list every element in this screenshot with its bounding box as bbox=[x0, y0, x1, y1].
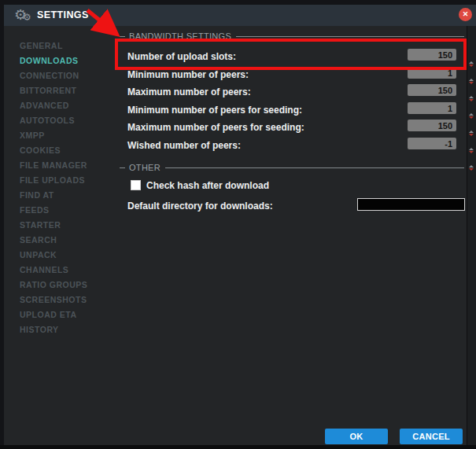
default-directory-label: Default directory for downloads: bbox=[127, 201, 273, 212]
cancel-button[interactable]: CANCEL bbox=[400, 429, 463, 444]
default-directory-row: Default directory for downloads: bbox=[127, 198, 456, 211]
title-bar: ⚙ ⚙ SETTINGS ✕ bbox=[4, 5, 476, 26]
min-peers-seeding-label: Minimum number of peers for seeding: bbox=[127, 105, 302, 116]
min-peers-seeding-input[interactable] bbox=[408, 102, 456, 114]
stepper-marks bbox=[469, 113, 474, 119]
max-peers-row: Maximum number of peers: bbox=[127, 84, 456, 97]
min-peers-row: Minimum number of peers: bbox=[127, 67, 456, 79]
bandwidth-settings-legend: BANDWIDTH SETTINGS bbox=[120, 31, 464, 41]
close-icon[interactable]: ✕ bbox=[459, 8, 472, 21]
scrollbar-track[interactable] bbox=[467, 26, 476, 445]
max-peers-label: Maximum number of peers: bbox=[127, 86, 251, 98]
dialog-bottom-edge bbox=[0, 445, 476, 449]
sidebar-item-feeds[interactable]: FEEDS bbox=[20, 203, 110, 218]
stepper-marks bbox=[469, 148, 474, 153]
sidebar-item-ratio-groups[interactable]: RATIO GROUPS bbox=[20, 278, 110, 293]
stepper-marks bbox=[469, 79, 474, 84]
sidebar-item-file-uploads[interactable]: FILE UPLOADS bbox=[20, 173, 110, 188]
max-peers-seeding-row: Maximum number of peers for seeding: bbox=[127, 120, 456, 132]
sidebar-item-advanced[interactable]: ADVANCED bbox=[20, 98, 110, 113]
check-hash-label: Check hash after download bbox=[146, 180, 269, 191]
sidebar-item-upload-eta[interactable]: UPLOAD ETA bbox=[20, 307, 110, 322]
default-directory-input[interactable] bbox=[357, 198, 465, 211]
settings-dialog: ⚙ ⚙ SETTINGS ✕ GENERAL DOWNLOADS CONNECT… bbox=[0, 0, 476, 449]
wished-peers-label: Wished number of peers: bbox=[127, 140, 241, 151]
settings-gear-icon: ⚙ ⚙ bbox=[14, 7, 38, 24]
max-peers-input[interactable] bbox=[408, 84, 456, 96]
sidebar-item-unpack[interactable]: UNPACK bbox=[20, 248, 110, 263]
sidebar-item-connection[interactable]: CONNECTION bbox=[20, 68, 110, 83]
wished-peers-input[interactable] bbox=[408, 138, 456, 149]
sidebar-item-general[interactable]: GENERAL bbox=[20, 39, 110, 53]
stepper-marks bbox=[469, 96, 474, 101]
sidebar-item-starter[interactable]: STARTER bbox=[20, 218, 110, 233]
stepper-marks bbox=[469, 165, 474, 171]
upload-slots-label: Number of upload slots: bbox=[127, 51, 236, 62]
sidebar-item-autotools[interactable]: AUTOTOOLS bbox=[20, 113, 110, 128]
ok-button[interactable]: OK bbox=[325, 429, 388, 444]
upload-slots-row: Number of upload slots: bbox=[127, 49, 456, 61]
sidebar-item-find-at[interactable]: FIND AT bbox=[20, 188, 110, 203]
max-peers-seeding-input[interactable] bbox=[408, 120, 456, 131]
sidebar-item-bittorrent[interactable]: BITTORRENT bbox=[20, 83, 110, 98]
sidebar-item-channels[interactable]: CHANNELS bbox=[20, 263, 110, 278]
settings-nav: GENERAL DOWNLOADS CONNECTION BITTORRENT … bbox=[20, 39, 110, 337]
dialog-title: SETTINGS bbox=[37, 9, 89, 20]
max-peers-seeding-label: Maximum number of peers for seeding: bbox=[127, 122, 304, 133]
downloads-settings-panel: BANDWIDTH SETTINGS Number of upload slot… bbox=[116, 26, 467, 445]
sidebar-item-cookies[interactable]: COOKIES bbox=[20, 143, 110, 158]
sidebar-item-downloads[interactable]: DOWNLOADS bbox=[20, 53, 110, 68]
min-peers-input[interactable] bbox=[408, 67, 456, 79]
other-legend: OTHER bbox=[120, 163, 464, 172]
min-peers-label: Minimum number of peers: bbox=[127, 69, 249, 80]
sidebar-item-file-manager[interactable]: FILE MANAGER bbox=[20, 158, 110, 173]
sidebar-item-screenshots[interactable]: SCREENSHOTS bbox=[20, 293, 110, 307]
sidebar-item-history[interactable]: HISTORY bbox=[20, 322, 110, 337]
check-hash-checkbox[interactable] bbox=[131, 180, 141, 190]
wished-peers-row: Wished number of peers: bbox=[127, 138, 456, 150]
upload-slots-input[interactable] bbox=[408, 49, 456, 61]
min-peers-seeding-row: Minimum number of peers for seeding: bbox=[127, 102, 456, 115]
check-hash-row: Check hash after download bbox=[131, 179, 269, 191]
sidebar-item-xmpp[interactable]: XMPP bbox=[20, 128, 110, 143]
sidebar-item-search[interactable]: SEARCH bbox=[20, 233, 110, 248]
stepper-marks bbox=[469, 131, 474, 136]
stepper-marks bbox=[469, 61, 474, 67]
